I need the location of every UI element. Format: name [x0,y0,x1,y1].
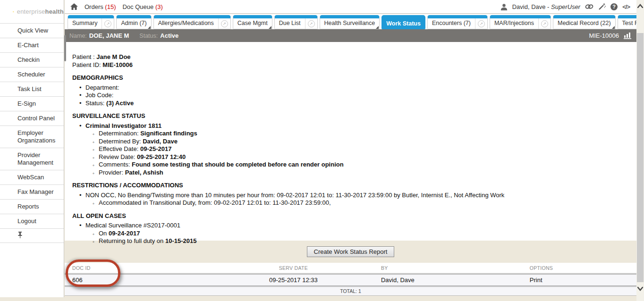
brand-name: enterprisehealth [17,8,64,15]
top-bar-right: David, Dave - SuperUser ? </> [500,3,636,10]
surveillance-determination: Determination: Significant findings [72,130,629,138]
tab-allergies-popout[interactable]: ↗ [218,18,230,29]
tab-menu-indicator-icon [269,26,271,29]
sidebar-item-webscan[interactable]: WebScan [0,170,64,185]
code-icon[interactable]: </> [622,3,630,10]
user-name: David, Dave - [512,3,550,10]
sidebar-item-e-chart[interactable]: E-Chart [0,38,64,53]
work-status-content: Patient : Jane M Doe Patient ID: MIE-100… [65,42,636,241]
sidebar-item-fax-manager[interactable]: Fax Manager [0,185,64,200]
surveillance-comments: Comments: Found some testing that should… [72,161,629,169]
col-serv-date: SERV DATE [213,263,373,274]
tab-encounters-label: Encounters (7) [428,18,475,29]
tab-encounters-popout[interactable]: ↗ [475,18,487,29]
tab-summary-popout[interactable]: ↗ [102,18,114,29]
brand-name-bold: health [45,8,64,15]
tab-work-status[interactable]: Work Status [381,15,425,29]
surveillance-provider: Provider: Patel, Ashish [72,169,629,177]
create-work-status-report-button[interactable]: Create Work Status Report [307,246,395,257]
sidebar-scrollbar-thumb[interactable] [64,35,66,61]
work-status-doc-table: DOC ID SERV DATE BY OPTIONS 606 09-25-20… [65,263,636,296]
patient-status-label: Status: [139,33,158,39]
orders-label: Orders [85,3,103,10]
patient-name-text: Jane M Doe [96,53,130,60]
doc-queue-count: (3) [155,3,163,10]
col-doc-id: DOC ID [65,263,213,274]
brand-logo: enterprisehealth [0,0,64,24]
col-by: BY [373,263,522,274]
cell-serv-date: 09-25-2017 12:33 [213,274,373,286]
scroll-down-button[interactable] [636,284,644,293]
orders-link[interactable]: Orders (15) [85,3,116,10]
scrollbar-thumb[interactable] [637,33,644,282]
report-button-band: Create Work Status Report [65,241,636,263]
top-bar-left: Orders (15) Doc Queue (3) [65,3,163,10]
accommodation-line: Accommodated in Transitional Duty, from:… [72,199,629,207]
tab-mar-injections[interactable]: MAR/Injections ↗ [490,15,551,29]
tab-health-surveillance[interactable]: Health Surveillance [320,15,380,29]
tab-mar-injections-popout[interactable]: ↗ [538,18,551,29]
link-icon[interactable] [585,3,593,10]
sunburst-logo-icon [13,6,14,18]
brand-name-light: enterprise [17,8,45,15]
doc-queue-link[interactable]: Doc Queue (3) [122,3,162,10]
tab-summary[interactable]: Summary ↗ [68,15,114,29]
tab-health-surveillance-label: Health Surveillance [320,18,380,29]
open-cases-heading: ALL OPEN CASES [72,212,629,220]
demographics-status: Status: (3) Active [72,100,629,108]
tab-due-list[interactable]: Due List ↗ [274,15,318,29]
user-icon [500,3,508,10]
tab-due-list-popout[interactable]: ↗ [305,18,317,29]
app-window: enterprisehealth Quick View E-Chart Chec… [0,0,644,301]
table-total: TOTAL: 1 [65,287,636,296]
demographics-job-code: Job Code: [72,92,629,100]
tab-encounters[interactable]: Encounters (7) ↗ [427,15,488,29]
sidebar-item-quick-view[interactable]: Quick View [0,24,64,38]
sidebar-item-provider-management[interactable]: Provider Management [0,148,64,170]
sidebar-item-checkin[interactable]: Checkin [0,53,64,67]
demographics-department: Department: [72,84,629,92]
sidebar-item-reports[interactable]: Reports [0,200,64,214]
patient-id-line: Patient ID: MIE-10006 [72,61,629,69]
restriction-line: NON OCC, No Bending/Twisting more than 1… [72,192,629,200]
cell-options-print-link[interactable]: Print [522,274,636,286]
tab-mar-injections-label: MAR/Injections [490,18,538,29]
tab-case-mgmt[interactable]: Case Mgmt [233,15,272,29]
wand-icon[interactable] [598,3,606,10]
sidebar-item-task-list[interactable]: Task List [0,82,64,97]
tab-allergies-medications[interactable]: Allergies/Medications ↗ [153,15,231,29]
tab-menu-indicator-icon [148,26,151,29]
home-icon[interactable] [70,3,78,10]
chevron-up-icon [637,4,643,8]
table-row[interactable]: 606 09-25-2017 12:33 David, Dave Print [65,274,636,286]
scroll-up-button[interactable] [636,1,644,10]
open-case-on-date: On 09-24-2017 [72,230,629,238]
surveillance-heading: SURVEILLANCE STATUS [72,112,629,120]
sidebar-item-scheduler[interactable]: Scheduler [0,67,64,82]
tab-medical-record-label: Medical Record (22) [553,18,615,29]
sidebar: enterprisehealth Quick View E-Chart Chec… [0,0,64,297]
tab-admin[interactable]: Admin (7) [116,15,151,29]
col-options: OPTIONS [522,263,636,274]
cell-by: David, Dave [373,274,522,286]
page-scrollbar[interactable] [636,0,644,301]
patient-status-value: Active [160,32,178,39]
surveillance-determined-by: Determined By: David, Dave [72,138,629,146]
pushpin-icon[interactable] [17,232,23,238]
sidebar-item-logout[interactable]: Logout [0,214,64,229]
sidebar-item-control-panel[interactable]: Control Panel [0,111,64,126]
patient-banner: Name: DOE, JANE M Status: Active MIE-100… [65,29,636,42]
tab-medical-record[interactable]: Medical Record (22) [553,15,616,29]
bar-chart-icon[interactable] [624,32,632,39]
user-menu[interactable]: David, Dave - SuperUser [512,3,581,10]
sidebar-item-e-sign[interactable]: E-Sign [0,97,64,111]
user-role: SuperUser [551,3,580,10]
help-icon[interactable]: ? [610,3,618,10]
patient-mrn: MIE-10006 [589,32,619,39]
patient-id-text: MIE-10006 [102,61,133,68]
patient-name-value: DOE, JANE M [89,32,129,39]
surveillance-title: Criminal Investigator 1811 [72,122,629,130]
restrictions-heading: RESTRICTIONS / ACCOMMODATIONS [72,182,629,190]
sidebar-item-employer-organizations[interactable]: Employer Organizations [0,126,64,148]
chart-tab-bar: Summary ↗ Admin (7) Allergies/Medication… [65,14,636,29]
